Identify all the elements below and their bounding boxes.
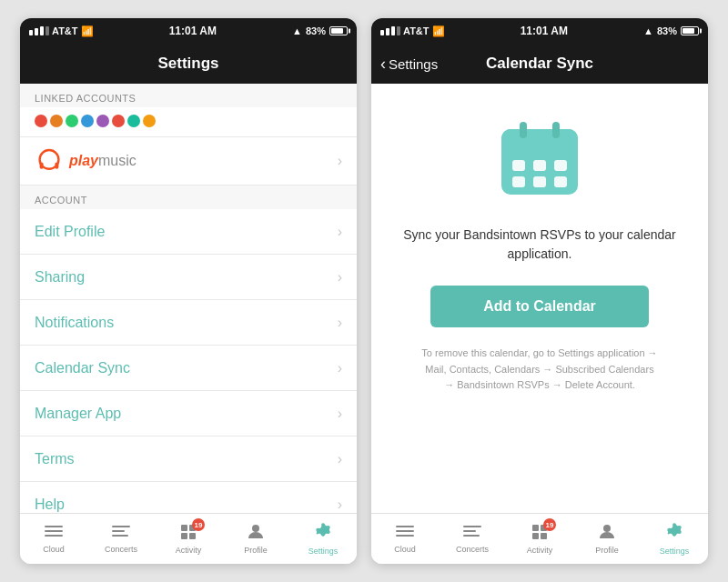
manager-app-chevron: ›: [338, 406, 342, 422]
back-button-calendar[interactable]: ‹ Settings: [380, 55, 438, 72]
playmusic-row[interactable]: playmusic ›: [20, 137, 357, 186]
list-item-help[interactable]: Help ›: [20, 482, 357, 513]
nav-bar-calendar: ‹ Settings Calendar Sync: [371, 44, 708, 84]
add-to-calendar-button[interactable]: Add to Calendar: [430, 286, 649, 327]
notifications-label: Notifications: [35, 315, 114, 331]
battery-icon-1: [329, 26, 348, 35]
svg-rect-18: [552, 122, 560, 138]
calendar-sync-content: Sync your Bandsintown RSVPs to your cale…: [371, 84, 708, 513]
phone-calendar-sync: AT&T 📶 11:01 AM ▲ 83% ‹ Settings Calenda…: [371, 18, 708, 564]
nav-bar-settings: Settings: [20, 44, 357, 84]
svg-rect-26: [396, 530, 414, 532]
signal-dot-2: [35, 28, 38, 35]
status-bar-1: AT&T 📶 11:01 AM ▲ 83%: [20, 18, 357, 44]
svg-rect-31: [532, 525, 539, 531]
svg-rect-17: [520, 122, 527, 138]
svg-rect-29: [463, 530, 476, 532]
terms-label: Terms: [35, 451, 75, 467]
activity-badge-2: 19: [543, 518, 556, 531]
svg-rect-1: [40, 163, 44, 169]
tab-cloud-1[interactable]: Cloud: [20, 524, 87, 554]
linked-dots-row: [20, 107, 357, 136]
tab-settings-label-1: Settings: [308, 547, 339, 556]
sync-description: Sync your Bandsintown RSVPs to your cale…: [393, 226, 686, 264]
svg-rect-3: [45, 526, 63, 527]
activity-icon-2: 19: [531, 523, 549, 544]
carrier-1: AT&T: [52, 25, 78, 36]
linked-dot-3: [66, 115, 78, 127]
list-item-sharing[interactable]: Sharing ›: [20, 255, 357, 300]
tab-concerts-2[interactable]: Concerts: [439, 524, 506, 554]
calendar-icon-wrap: [494, 113, 585, 207]
svg-rect-12: [189, 533, 196, 539]
svg-rect-9: [181, 525, 187, 531]
sharing-label: Sharing: [35, 269, 85, 286]
svg-rect-2: [55, 163, 58, 169]
calendar-svg-icon: [494, 113, 585, 204]
svg-rect-16: [501, 138, 578, 149]
list-item-calendar-sync[interactable]: Calendar Sync ›: [20, 346, 357, 391]
svg-rect-11: [181, 533, 187, 539]
settings-content: LINKED ACCOUNTS: [20, 84, 357, 513]
list-item-notifications[interactable]: Notifications ›: [20, 300, 357, 346]
remove-calendar-info: To remove this calendar, go to Settings …: [421, 346, 658, 394]
list-item-edit-profile[interactable]: Edit Profile ›: [20, 209, 357, 255]
svg-rect-33: [532, 533, 539, 539]
battery-fill-2: [682, 28, 694, 34]
svg-rect-30: [463, 535, 480, 537]
signal-dots-2: [380, 26, 400, 35]
svg-rect-27: [396, 535, 414, 537]
notifications-chevron: ›: [338, 315, 342, 331]
tab-settings-label-2: Settings: [660, 547, 690, 556]
svg-rect-8: [112, 535, 128, 537]
signal-dots-1: [29, 26, 49, 35]
tab-settings-2[interactable]: Settings: [641, 522, 708, 556]
battery-percent-1: 83%: [306, 25, 326, 36]
linked-dot-2: [50, 115, 63, 127]
signal-dot-1: [29, 30, 33, 35]
linked-dot-4: [81, 115, 94, 127]
settings-icon-2: [665, 522, 683, 545]
help-label: Help: [35, 497, 65, 513]
tab-cloud-2[interactable]: Cloud: [371, 524, 439, 554]
tab-activity-2[interactable]: 19 Activity: [506, 523, 573, 555]
list-item-terms[interactable]: Terms ›: [20, 436, 357, 482]
tab-concerts-label-2: Concerts: [456, 545, 489, 554]
status-bar-2: AT&T 📶 11:01 AM ▲ 83%: [371, 18, 708, 44]
status-right-2: ▲ 83%: [643, 25, 699, 36]
linked-dots-group: [35, 115, 156, 127]
tab-profile-2[interactable]: Profile: [573, 523, 641, 555]
settings-icon-1: [314, 522, 332, 545]
nav-title-settings: Settings: [157, 55, 218, 73]
tab-concerts-label-1: Concerts: [105, 545, 137, 554]
wifi-icon-2: 📶: [432, 25, 445, 37]
carrier-2: AT&T: [403, 25, 430, 36]
tab-profile-label-2: Profile: [595, 546, 619, 555]
svg-rect-20: [533, 160, 546, 171]
tab-settings-1[interactable]: Settings: [289, 522, 357, 556]
status-right-1: ▲ 83%: [292, 25, 348, 36]
phone-settings: AT&T 📶 11:01 AM ▲ 83% Settings LINKED AC…: [20, 18, 357, 564]
signal-dot-2-4: [397, 26, 400, 35]
signal-dot-3: [40, 26, 44, 35]
status-time-2: 11:01 AM: [521, 25, 568, 37]
profile-icon-2: [599, 523, 615, 544]
svg-rect-4: [45, 530, 63, 532]
tab-cloud-label-2: Cloud: [394, 545, 416, 554]
svg-rect-34: [541, 533, 547, 539]
signal-dot-4: [46, 26, 49, 35]
signal-dot-2-2: [386, 28, 389, 35]
calendar-sync-chevron: ›: [338, 360, 342, 376]
list-item-manager-app[interactable]: Manager App ›: [20, 391, 357, 436]
back-arrow-icon: ‹: [380, 55, 386, 72]
tab-activity-1[interactable]: 19 Activity: [155, 523, 222, 555]
tab-profile-1[interactable]: Profile: [222, 523, 289, 555]
svg-rect-22: [512, 176, 525, 187]
battery-fill-1: [331, 28, 343, 34]
battery-icon-2: [681, 26, 699, 35]
tab-cloud-label-1: Cloud: [43, 545, 65, 554]
tab-concerts-1[interactable]: Concerts: [87, 524, 155, 554]
svg-rect-7: [112, 530, 125, 532]
section-linked-header: LINKED ACCOUNTS: [20, 84, 357, 107]
linked-dot-5: [96, 115, 109, 127]
